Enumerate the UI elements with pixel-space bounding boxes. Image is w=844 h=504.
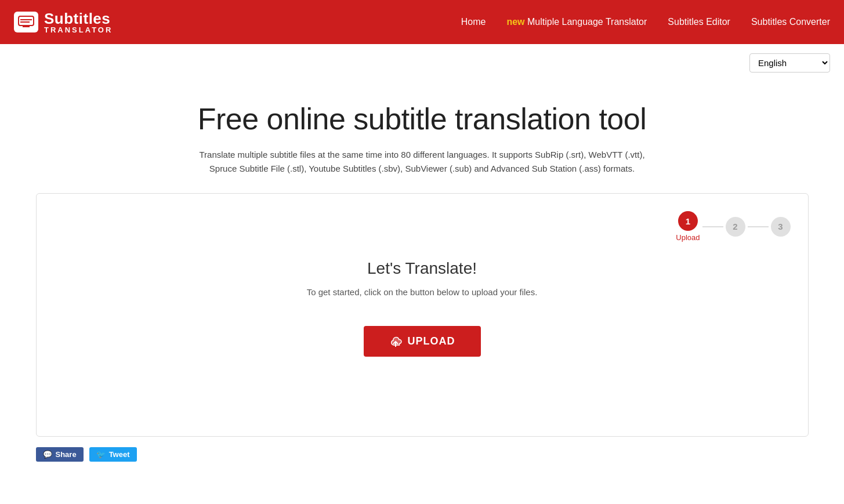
nav-subtitles-editor[interactable]: Subtitles Editor bbox=[668, 17, 730, 27]
twitter-icon: 🐦 bbox=[96, 450, 106, 459]
facebook-icon: 💬 bbox=[43, 450, 52, 459]
step-1-circle: 1 bbox=[678, 211, 698, 231]
facebook-share-button[interactable]: 💬 Share bbox=[36, 447, 84, 462]
main-nav: Home new Multiple Language Translator Su… bbox=[461, 17, 830, 27]
logo-text: Subtitles TRANSLATOR bbox=[44, 11, 113, 34]
language-bar: English Spanish French German Italian Po… bbox=[0, 44, 844, 72]
step-1-wrapper: 1 Upload bbox=[676, 211, 700, 242]
hero-description: Translate multiple subtitle files at the… bbox=[190, 148, 654, 176]
steps-indicator: 1 Upload 2 3 bbox=[54, 211, 791, 242]
twitter-tweet-label: Tweet bbox=[109, 450, 130, 459]
new-badge-label: new bbox=[506, 17, 524, 27]
step-1-label: Upload bbox=[676, 233, 700, 242]
hero-title: Free online subtitle translation tool bbox=[36, 101, 809, 136]
main-content: Free online subtitle translation tool Tr… bbox=[22, 72, 823, 479]
logo-translator: TRANSLATOR bbox=[44, 26, 113, 34]
upload-description: To get started, click on the button belo… bbox=[54, 287, 791, 297]
step-connector-2-3 bbox=[748, 226, 769, 227]
step-connector-1-2 bbox=[702, 226, 723, 227]
upload-cloud-icon bbox=[389, 336, 402, 347]
multiple-translator-label: Multiple Language Translator bbox=[527, 17, 647, 27]
twitter-tweet-button[interactable]: 🐦 Tweet bbox=[89, 447, 137, 462]
facebook-share-label: Share bbox=[56, 450, 77, 459]
step-3-circle: 3 bbox=[771, 217, 791, 237]
nav-subtitles-converter[interactable]: Subtitles Converter bbox=[751, 17, 830, 27]
logo-link[interactable]: Subtitles TRANSLATOR bbox=[14, 11, 113, 34]
language-select[interactable]: English Spanish French German Italian Po… bbox=[749, 53, 830, 72]
nav-multiple-translator[interactable]: new Multiple Language Translator bbox=[506, 17, 647, 27]
social-bar: 💬 Share 🐦 Tweet bbox=[36, 447, 809, 462]
upload-title: Let's Translate! bbox=[54, 259, 791, 278]
step-2-wrapper: 2 bbox=[726, 217, 745, 237]
translator-card: 1 Upload 2 3 Let's Translate! To get sta… bbox=[36, 193, 809, 437]
logo-icon bbox=[14, 12, 38, 32]
upload-button[interactable]: UPLOAD bbox=[364, 326, 481, 357]
logo-svg bbox=[18, 16, 34, 28]
step-2-circle: 2 bbox=[726, 217, 745, 237]
svg-rect-0 bbox=[19, 16, 34, 26]
nav-home[interactable]: Home bbox=[461, 17, 486, 27]
upload-button-label: UPLOAD bbox=[408, 335, 455, 347]
step-3-wrapper: 3 bbox=[771, 217, 791, 237]
upload-area: Let's Translate! To get started, click o… bbox=[54, 259, 791, 357]
logo-subtitles: Subtitles bbox=[44, 11, 113, 26]
